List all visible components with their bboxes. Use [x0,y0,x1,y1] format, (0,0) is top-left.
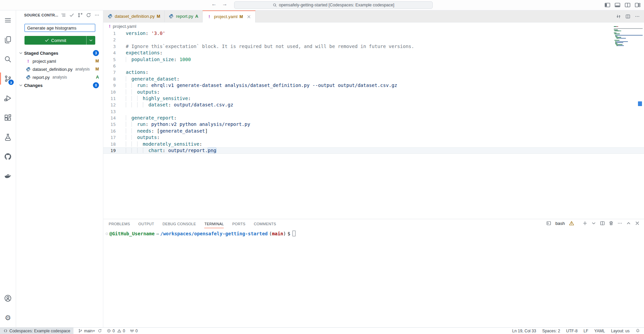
overview-ruler-marker [638,101,642,106]
activity-item-run-debug[interactable] [0,88,16,108]
kill-terminal-button[interactable] [608,221,614,226]
panel-tab-problems[interactable]: PROBLEMS [109,219,130,228]
line-number: 3 [103,43,126,50]
keyboard-layout[interactable]: Layout: us [611,329,630,333]
problems-status-item[interactable]: 0 0 [107,329,125,333]
python-file-icon [169,14,174,19]
activity-item-menu[interactable] [0,10,16,30]
code-line-6: 6 [103,63,644,69]
activity-item-docker[interactable] [0,166,16,186]
changed-file-row[interactable]: dataset_definition.py analysis M [16,65,103,73]
section-staged-changes[interactable]: Staged Changes 3 [16,49,103,57]
remote-label: Codespaces: Example codespace [9,329,70,333]
branch-status-item[interactable]: main+ [78,329,102,333]
panel-tab-comments[interactable]: COMMENTS [254,219,276,228]
more-actions-button[interactable] [94,12,100,18]
toggle-panel-button[interactable] [614,2,621,8]
code-line-12: 12 dataset: output/dataset.csv.gz [103,102,644,108]
code-line-17: 17 outputs: [103,134,644,141]
customize-layout-button[interactable] [635,2,641,8]
terminal-user: @GitHub_Username [109,231,155,236]
line-number: 15 [103,121,126,128]
more-actions-icon [635,14,640,19]
terminal-paren: ( [269,231,272,236]
commit-message-input[interactable] [24,24,95,32]
terminal-cursor [292,231,296,236]
view-and-sort-button[interactable] [61,12,66,18]
activity-item-github[interactable] [0,147,16,166]
forward-arrow-icon[interactable]: → [222,1,227,7]
activity-item-extensions[interactable] [0,108,16,127]
changed-file-row[interactable]: report.py analysis A [16,73,103,81]
panel-tab-debug-console[interactable]: DEBUG CONSOLE [163,219,196,228]
new-terminal-button[interactable] [582,221,588,226]
ports-status-item[interactable]: 0 [130,329,138,333]
language-mode[interactable]: YAML [594,329,605,333]
bell-icon [636,329,640,333]
shell-warning-icon[interactable] [569,221,574,226]
chevron-down-icon [18,51,23,55]
code-editor[interactable]: 1 version: '3.0' 2 3 # Ignore this`expec… [103,30,644,219]
activity-item-settings[interactable]: ⚙ [0,308,16,327]
close-tab-button[interactable] [247,14,251,19]
create-branch-button[interactable] [77,12,83,18]
terminal-icon [546,221,551,226]
shell-label[interactable]: bash [555,221,565,226]
error-icon [107,329,111,333]
run-debug-icon [4,94,12,102]
encoding[interactable]: UTF-8 [566,329,578,333]
minimap[interactable] [614,26,643,47]
split-terminal-button[interactable] [600,221,605,226]
commit-button[interactable]: Commit [24,36,95,45]
open-changes-button[interactable] [616,14,621,19]
activity-item-testing[interactable] [0,127,16,147]
section-changes[interactable]: Changes 0 [16,81,103,89]
refresh-button[interactable] [86,12,91,18]
line-number: 11 [103,95,126,102]
command-center-search[interactable]: opensafely-getting-started [Codespaces: … [234,1,433,9]
prompt-marker-icon [106,233,108,235]
toggle-secondary-sidebar-button[interactable] [625,2,631,8]
cursor-position[interactable]: Ln 19, Col 33 [512,329,536,333]
toggle-primary-sidebar-button[interactable] [604,2,610,8]
panel-tab-terminal[interactable]: TERMINAL [204,219,224,228]
indentation[interactable]: Spaces: 2 [542,329,560,333]
error-count: 0 [112,329,115,333]
customize-layout-icon [635,2,641,8]
chevron-down-icon [89,38,93,43]
code-line-15: 15 run: python:v2 python analysis/report… [103,121,644,128]
branch-label: main+ [84,329,95,333]
search-icon [4,55,12,63]
panel-tab-ports[interactable]: PORTS [232,219,245,228]
eol-sequence[interactable]: LF [584,329,588,333]
breadcrumb[interactable]: ! project.yaml [103,22,644,30]
commit-button[interactable] [69,12,74,18]
code-line-3: 3 # Ignore this`expectation` block. It i… [103,43,644,50]
editor-tab-project.yaml[interactable]: ! project.yaml M [203,10,256,22]
notifications-bell[interactable] [636,329,640,333]
activity-item-search[interactable] [0,49,16,69]
remote-indicator[interactable]: Codespaces: Example codespace [0,328,73,334]
refresh-icon [86,12,91,18]
back-arrow-icon[interactable]: ← [211,1,217,7]
testing-icon [4,133,12,141]
more-actions-button[interactable] [635,14,640,19]
activity-item-explorer[interactable] [0,30,16,49]
editor-tab-report.py[interactable]: report.py A [165,10,203,22]
split-editor-button[interactable] [625,14,631,19]
activity-item-account[interactable] [0,288,16,308]
line-number: 8 [103,76,126,82]
changed-file-row[interactable]: ! project.yaml M [16,57,103,65]
activity-item-source-control[interactable]: 3 [0,69,16,88]
editor-tab-dataset_definition.py[interactable]: dataset_definition.py M [103,10,165,22]
panel-tab-output[interactable]: OUTPUT [139,219,154,228]
terminal[interactable]: @GitHub_Username→/workspaces/opensafely-… [103,228,644,236]
bottom-panel: PROBLEMSOUTPUTDEBUG CONSOLETERMINALPORTS… [103,219,644,327]
launch-profile-button[interactable] [591,221,596,226]
terminal-shell-icon [546,221,551,226]
maximize-panel-button[interactable] [626,221,631,226]
close-panel-button[interactable] [635,221,640,226]
more-actions-button[interactable] [617,221,623,226]
git-status-letter: A [96,75,99,80]
commit-dropdown-button[interactable] [86,36,95,45]
